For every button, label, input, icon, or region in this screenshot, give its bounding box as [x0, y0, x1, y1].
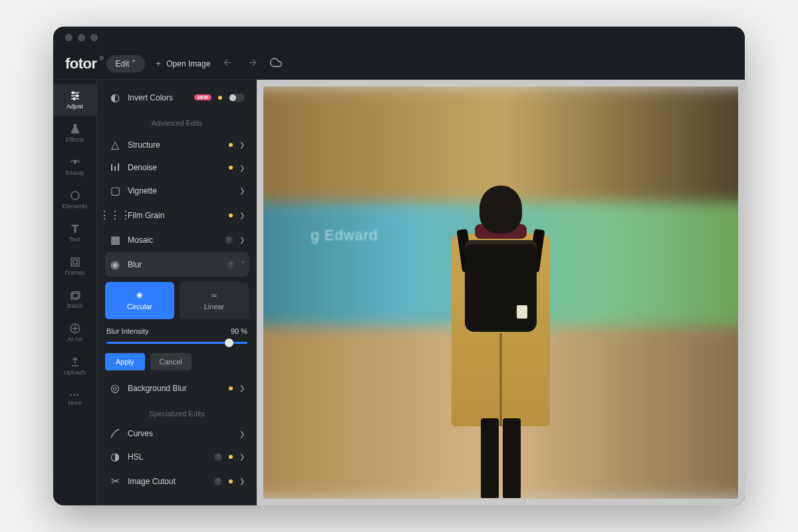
app-window: fotor Edit ˅ ＋ Open Image Adjust Effe	[53, 27, 745, 505]
circle-icon: ◉	[136, 291, 143, 299]
background-sign-text: g Edward	[311, 227, 378, 244]
chevron-right-icon: ❯	[239, 236, 245, 243]
row-invert-colors[interactable]: ◐ Invert Colors NEW	[105, 85, 249, 110]
premium-dot	[229, 386, 233, 390]
blur-mode-linear[interactable]: ═ Linear	[180, 282, 249, 319]
slider-label: Blur Intensity	[106, 327, 149, 335]
chevron-down-icon: ˅	[132, 59, 136, 68]
toolbar: fotor Edit ˅ ＋ Open Image	[53, 48, 745, 80]
svg-point-3	[72, 92, 74, 94]
canvas-area[interactable]: g Edward	[257, 80, 745, 505]
row-denoise[interactable]: Denoise ❯	[105, 157, 249, 178]
premium-dot	[229, 479, 233, 483]
premium-dot	[218, 96, 222, 100]
sidebar-item-uploads[interactable]: Uploads	[53, 350, 96, 382]
cloud-sync-icon[interactable]	[270, 57, 282, 71]
row-curves[interactable]: Curves ❯	[105, 423, 249, 444]
section-specialized-edits: Specialized Edits	[105, 400, 249, 423]
blur-actions: Apply Cancel	[105, 353, 249, 370]
undo-button[interactable]	[219, 55, 235, 73]
sidebar-label: Effects	[66, 136, 84, 143]
flask-icon	[69, 123, 81, 135]
cancel-button[interactable]: Cancel	[150, 353, 192, 370]
apply-button[interactable]: Apply	[105, 353, 145, 370]
sidebar-item-ai-art[interactable]: AI Art	[53, 317, 96, 348]
open-image-label: Open Image	[166, 59, 210, 68]
invert-icon: ◐	[109, 91, 121, 104]
canvas-image: g Edward	[263, 86, 738, 499]
sidebar-item-text[interactable]: Text	[53, 217, 96, 249]
row-hsl[interactable]: ◑ HSL ? ❯	[105, 444, 249, 469]
premium-dot	[229, 166, 233, 170]
sidebar-item-adjust[interactable]: Adjust	[53, 84, 96, 116]
edit-menu-button[interactable]: Edit ˅	[106, 55, 146, 72]
target-icon: ◎	[109, 382, 121, 394]
row-label: Structure	[128, 140, 222, 150]
slider-value: 90 %	[231, 327, 247, 335]
chevron-right-icon: ❯	[239, 477, 245, 485]
row-vignette[interactable]: ▢ Vignette ❯	[105, 178, 249, 203]
sidebar-item-more[interactable]: ••• More	[53, 383, 96, 415]
mosaic-icon: ▦	[109, 233, 121, 246]
row-background-blur[interactable]: ◎ Background Blur ❯	[105, 376, 249, 400]
svg-rect-14	[114, 166, 116, 171]
blur-mode-selector: ◉ Circular ═ Linear	[105, 282, 249, 319]
triangle-icon: △	[109, 138, 121, 151]
open-image-button[interactable]: ＋ Open Image	[154, 58, 210, 69]
section-advanced-edits: Advanced Edits	[105, 110, 249, 132]
help-icon[interactable]: ?	[214, 477, 222, 485]
svg-point-4	[76, 95, 78, 97]
chevron-right-icon: ❯	[239, 164, 245, 172]
subject-person	[441, 186, 561, 499]
mode-label: Linear	[204, 303, 225, 311]
traffic-close[interactable]	[65, 34, 72, 41]
stack-icon	[69, 289, 81, 301]
bars-icon	[109, 163, 121, 172]
app-logo: fotor	[65, 55, 97, 72]
svg-point-6	[73, 161, 76, 164]
row-label: Film Grain	[128, 211, 222, 220]
redo-button[interactable]	[245, 55, 261, 73]
dots-icon: •••	[70, 392, 80, 398]
row-label: Denoise	[128, 163, 222, 172]
sidebar-label: Frames	[65, 269, 85, 276]
sidebar: Adjust Effects Beauty Elements Text Fram…	[53, 80, 97, 505]
row-label: Image Cutout	[128, 477, 207, 486]
blur-intensity-slider[interactable]	[106, 342, 247, 344]
row-blur[interactable]: ◉ Blur ? ˅	[105, 252, 249, 277]
row-mosaic[interactable]: ▦ Mosaic ? ❯	[105, 227, 249, 252]
blur-mode-circular[interactable]: ◉ Circular	[105, 282, 174, 319]
app-body: Adjust Effects Beauty Elements Text Fram…	[53, 80, 745, 505]
help-icon[interactable]: ?	[227, 261, 235, 269]
traffic-minimize[interactable]	[78, 34, 85, 41]
chevron-right-icon: ❯	[239, 453, 245, 460]
chevron-right-icon: ❯	[239, 187, 245, 194]
sidebar-item-beauty[interactable]: Beauty	[53, 150, 96, 182]
invert-toggle[interactable]	[229, 94, 245, 102]
row-structure[interactable]: △ Structure ❯	[105, 132, 249, 157]
sidebar-item-effects[interactable]: Effects	[53, 117, 96, 149]
hsl-icon: ◑	[109, 450, 121, 463]
help-icon[interactable]: ?	[214, 453, 222, 461]
sidebar-label: More	[68, 400, 82, 406]
help-icon[interactable]: ?	[225, 236, 233, 244]
sidebar-label: Batch	[67, 303, 82, 309]
row-label: Blur	[128, 260, 220, 269]
chevron-right-icon: ❯	[239, 430, 245, 438]
row-film-grain[interactable]: ⋮⋮⋮ Film Grain ❯	[105, 203, 249, 227]
premium-dot	[229, 455, 233, 459]
sidebar-item-frames[interactable]: Frames	[53, 250, 96, 282]
sidebar-item-batch[interactable]: Batch	[53, 283, 96, 315]
adjust-panel: ◐ Invert Colors NEW Advanced Edits △ Str…	[97, 80, 257, 505]
sidebar-item-elements[interactable]: Elements	[53, 184, 96, 215]
sidebar-label: AI Art	[67, 336, 82, 342]
blur-intensity-control: Blur Intensity 90 %	[106, 327, 247, 344]
row-image-cutout[interactable]: ✂ Image Cutout ? ❯	[105, 469, 249, 493]
edit-menu-label: Edit	[116, 59, 130, 68]
svg-point-7	[71, 192, 79, 200]
traffic-zoom[interactable]	[90, 34, 98, 41]
chevron-right-icon: ❯	[239, 141, 245, 148]
sidebar-label: Beauty	[65, 170, 84, 176]
chevron-down-icon: ˅	[241, 261, 245, 268]
svg-point-5	[73, 98, 75, 100]
